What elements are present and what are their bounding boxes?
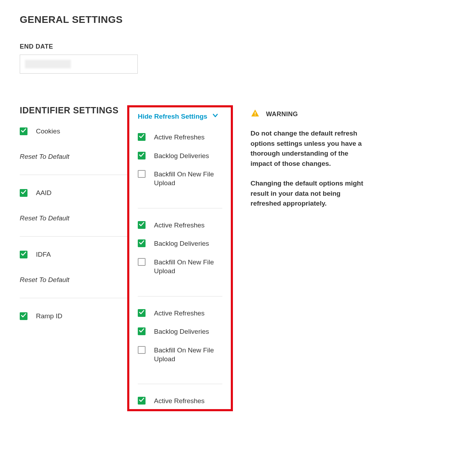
svg-rect-1 [255,115,255,115]
checkbox-backfill-upload[interactable] [138,170,146,178]
end-date-input[interactable] [20,55,138,74]
chevron-down-icon [212,112,218,120]
check-icon [21,189,26,196]
check-icon [139,309,144,317]
checkbox-backfill-upload[interactable] [138,258,146,266]
checkbox-backlog-deliveries[interactable] [138,152,146,159]
identifier-group-cookies: Cookies Reset To Default [20,127,127,175]
checkbox-cookies[interactable] [20,127,27,135]
identifier-label: Ramp ID [36,312,62,320]
active-refreshes-label: Active Refreshes [154,133,222,142]
check-icon [139,221,144,228]
check-icon [21,313,26,320]
identifier-group-rampid: Ramp ID [20,312,127,341]
backfill-upload-label: Backfill On New File Upload [154,346,222,363]
checkbox-aaid[interactable] [20,189,27,197]
warning-text-1: Do not change the default refresh option… [251,129,370,169]
checkbox-active-refreshes[interactable] [138,397,146,405]
warning-icon [251,109,260,119]
check-icon [139,328,144,335]
checkbox-backlog-deliveries[interactable] [138,327,146,335]
backfill-upload-label: Backfill On New File Upload [154,170,222,187]
backfill-upload-label: Backfill On New File Upload [154,258,222,275]
check-icon [21,128,26,135]
active-refreshes-label: Active Refreshes [154,309,222,318]
identifier-settings-title: IDENTIFIER SETTINGS [20,105,127,115]
backlog-deliveries-label: Backlog Deliveries [154,152,222,161]
refresh-options-idfa: Active Refreshes Backlog Deliveries Back… [138,308,222,384]
refresh-options-aaid: Active Refreshes Backlog Deliveries Back… [138,220,222,296]
warning-text-2: Changing the default options might resul… [251,178,370,209]
check-icon [139,152,144,159]
checkbox-backlog-deliveries[interactable] [138,239,146,247]
refresh-settings-panel: Hide Refresh Settings Active Refreshes B… [127,105,233,411]
hide-refresh-settings-toggle[interactable]: Hide Refresh Settings [138,112,222,120]
active-refreshes-label: Active Refreshes [154,397,222,406]
end-date-label: END DATE [20,43,443,50]
end-date-value-redacted [25,60,71,68]
svg-rect-0 [255,112,255,114]
backlog-deliveries-label: Backlog Deliveries [154,327,222,336]
checkbox-idfa[interactable] [20,251,27,258]
check-icon [21,251,26,258]
identifier-label: AAID [36,189,51,197]
identifier-group-idfa: IDFA Reset To Default [20,251,127,298]
refresh-options-rampid: Active Refreshes [138,396,222,406]
check-icon [139,240,144,247]
identifier-label: IDFA [36,251,51,258]
backlog-deliveries-label: Backlog Deliveries [154,239,222,248]
active-refreshes-label: Active Refreshes [154,221,222,230]
checkbox-active-refreshes[interactable] [138,133,146,141]
checkbox-rampid[interactable] [20,312,27,320]
checkbox-backfill-upload[interactable] [138,346,146,354]
checkbox-active-refreshes[interactable] [138,221,146,229]
check-icon [139,397,144,404]
warning-title: WARNING [266,111,298,118]
reset-to-default-link[interactable]: Reset To Default [20,153,127,161]
check-icon [139,133,144,140]
checkbox-active-refreshes[interactable] [138,309,146,317]
general-settings-title: GENERAL SETTINGS [20,14,443,25]
hide-refresh-label: Hide Refresh Settings [138,113,207,120]
reset-to-default-link[interactable]: Reset To Default [20,276,127,284]
refresh-options-cookies: Active Refreshes Backlog Deliveries Back… [138,132,222,208]
identifier-label: Cookies [36,127,60,135]
identifier-group-aaid: AAID Reset To Default [20,189,127,237]
reset-to-default-link[interactable]: Reset To Default [20,214,127,222]
